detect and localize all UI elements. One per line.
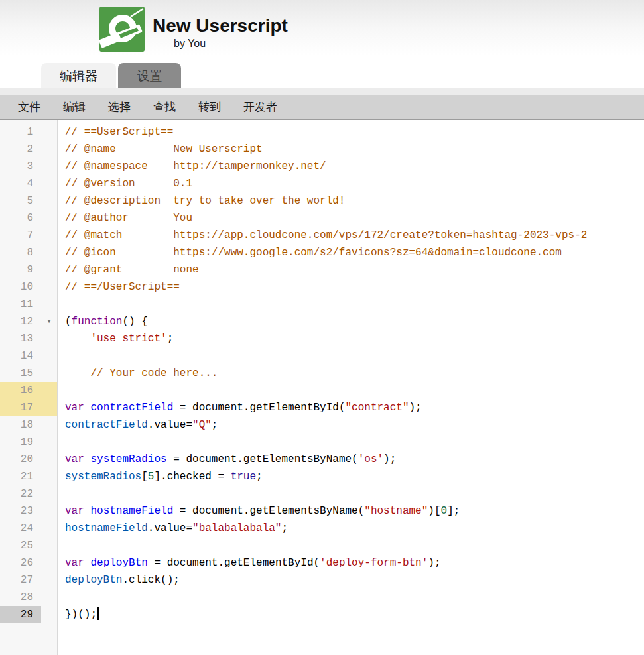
code-text[interactable]	[57, 537, 65, 554]
code-line[interactable]: 18contractField.value="Q";	[0, 416, 644, 434]
code-text[interactable]: var deployBtn = document.getElementById(…	[57, 554, 441, 571]
code-line[interactable]: 24hostnameField.value="balabalabala";	[0, 520, 644, 537]
code-text[interactable]: var hostnameField = document.getElements…	[57, 503, 460, 520]
code-line[interactable]: 9// @grant none	[0, 261, 644, 278]
code-text[interactable]: // @namespace http://tampermonkey.net/	[57, 158, 326, 175]
code-line[interactable]: 10// ==/UserScript==	[0, 278, 644, 296]
code-line[interactable]: 25	[0, 537, 644, 554]
code-text[interactable]: })();	[57, 606, 99, 623]
code-line[interactable]: 27deployBtn.click();	[0, 571, 644, 589]
line-number: 10	[0, 278, 41, 296]
code-line[interactable]: 13 'use strict';	[0, 330, 644, 347]
code-text[interactable]: // @match https://app.cloudcone.com/vps/…	[57, 227, 587, 244]
menu-selection[interactable]: 选择	[97, 95, 142, 119]
line-number: 26	[0, 554, 41, 571]
gutter: 7	[0, 227, 57, 244]
line-number: 11	[0, 296, 41, 313]
code-text[interactable]: deployBtn.click();	[57, 571, 180, 589]
code-line[interactable]: 12▾(function() {	[0, 313, 644, 330]
code-line[interactable]: 7// @match https://app.cloudcone.com/vps…	[0, 227, 644, 244]
fold-gutter	[41, 537, 57, 554]
code-editor[interactable]: 1// ==UserScript==2// @name New Userscri…	[0, 120, 644, 655]
code-text[interactable]	[57, 589, 65, 606]
fold-gutter	[41, 606, 57, 623]
fold-gutter	[41, 296, 57, 313]
tab-settings[interactable]: 设置	[118, 63, 181, 88]
menu-goto[interactable]: 转到	[187, 95, 232, 119]
code-line[interactable]: 21systemRadios[5].checked = true;	[0, 468, 644, 485]
code-text[interactable]	[57, 434, 65, 451]
line-number: 21	[0, 468, 41, 485]
menu-developer[interactable]: 开发者	[232, 95, 289, 119]
fold-arrow-icon[interactable]: ▾	[41, 313, 57, 330]
code-text[interactable]: contractField.value="Q";	[57, 416, 218, 434]
code-text[interactable]: (function() {	[57, 313, 148, 330]
line-number: 1	[0, 123, 41, 141]
gutter: 18	[0, 416, 57, 434]
line-number: 2	[0, 141, 41, 158]
gutter: 28	[0, 589, 57, 606]
code-text[interactable]: // ==UserScript==	[57, 123, 173, 141]
text-cursor	[97, 607, 99, 620]
line-number: 19	[0, 434, 41, 451]
code-line[interactable]: 1// ==UserScript==	[0, 123, 644, 141]
gutter: 14	[0, 347, 57, 365]
code-line[interactable]: 15 // Your code here...	[0, 365, 644, 382]
code-text[interactable]: // @version 0.1	[57, 175, 192, 192]
code-text[interactable]: // @grant none	[57, 261, 199, 278]
code-text[interactable]	[57, 296, 65, 313]
code-text[interactable]: hostnameField.value="balabalabala";	[57, 520, 288, 537]
code-line[interactable]: 16	[0, 382, 644, 399]
code-line[interactable]: 14	[0, 347, 644, 365]
code-line[interactable]: 29})();	[0, 606, 644, 623]
code-text[interactable]: // Your code here...	[57, 365, 218, 382]
code-line[interactable]: 26var deployBtn = document.getElementByI…	[0, 554, 644, 571]
code-text[interactable]: // @description try to take over the wor…	[57, 192, 345, 209]
code-line[interactable]: 17var contractField = document.getElemen…	[0, 399, 644, 416]
code-text[interactable]	[57, 382, 65, 399]
code-line[interactable]: 5// @description try to take over the wo…	[0, 192, 644, 209]
menu-edit[interactable]: 编辑	[52, 95, 97, 119]
gutter: 12▾	[0, 313, 57, 330]
code-text[interactable]: // @name New Userscript	[57, 141, 263, 158]
tampermonkey-editor-window: New Userscript by You 编辑器 设置 文件 编辑 选择 查找…	[0, 0, 644, 655]
code-line[interactable]: 19	[0, 434, 644, 451]
code-line[interactable]: 8// @icon https://www.google.com/s2/favi…	[0, 244, 644, 261]
code-line[interactable]: 28	[0, 589, 644, 606]
tab-editor[interactable]: 编辑器	[41, 63, 116, 88]
code-line[interactable]: 6// @author You	[0, 209, 644, 227]
code-text[interactable]: systemRadios[5].checked = true;	[57, 468, 263, 485]
gutter: 11	[0, 296, 57, 313]
gutter: 17	[0, 399, 57, 416]
code-text[interactable]: var contractField = document.getElementB…	[57, 399, 422, 416]
gutter: 5	[0, 192, 57, 209]
line-number: 5	[0, 192, 41, 209]
fold-gutter	[41, 503, 57, 520]
code-text[interactable]: // ==/UserScript==	[57, 278, 180, 296]
code-text[interactable]	[57, 347, 65, 365]
code-line[interactable]: 4// @version 0.1	[0, 175, 644, 192]
line-number: 29	[0, 606, 41, 623]
code-line[interactable]: 23var hostnameField = document.getElemen…	[0, 503, 644, 520]
line-number: 16	[0, 382, 41, 399]
code-line[interactable]: 3// @namespace http://tampermonkey.net/	[0, 158, 644, 175]
gutter: 19	[0, 434, 57, 451]
fold-gutter	[41, 141, 57, 158]
code-line[interactable]: 22	[0, 485, 644, 503]
code-line[interactable]: 2// @name New Userscript	[0, 141, 644, 158]
line-number: 12	[0, 313, 41, 330]
gutter: 15	[0, 365, 57, 382]
code-line[interactable]: 20var systemRadios = document.getElement…	[0, 451, 644, 468]
gutter: 20	[0, 451, 57, 468]
code-text[interactable]: // @icon https://www.google.com/s2/favic…	[57, 244, 562, 261]
code-line[interactable]: 11	[0, 296, 644, 313]
code-text[interactable]: // @author You	[57, 209, 192, 227]
editor-menubar: 文件 编辑 选择 查找 转到 开发者	[0, 95, 644, 120]
gutter: 2	[0, 141, 57, 158]
code-text[interactable]: 'use strict';	[57, 330, 173, 347]
code-text[interactable]: var systemRadios = document.getElementsB…	[57, 451, 396, 468]
line-number: 13	[0, 330, 41, 347]
code-text[interactable]	[57, 485, 65, 503]
menu-file[interactable]: 文件	[7, 95, 52, 119]
menu-find[interactable]: 查找	[142, 95, 187, 119]
